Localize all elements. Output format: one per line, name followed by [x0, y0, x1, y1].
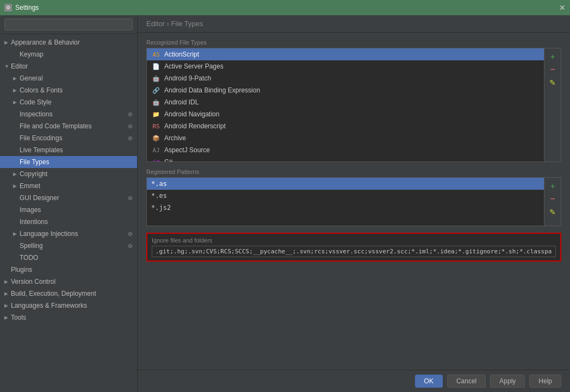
- sidebar-label-language-injections: Language Injections: [20, 230, 128, 238]
- badge-icon-file-encodings: ⚙: [128, 135, 133, 141]
- sidebar: ▶Appearance & BehaviorKeymap▼Editor▶Gene…: [0, 15, 138, 392]
- file-type-icon: 🔗: [151, 87, 161, 94]
- help-button[interactable]: Help: [529, 375, 561, 388]
- pattern-item[interactable]: *.as: [147, 178, 544, 190]
- sidebar-label-keymap: Keymap: [20, 51, 133, 58]
- sidebar-item-editor[interactable]: ▼Editor: [0, 60, 137, 72]
- sidebar-item-spelling[interactable]: Spelling⚙: [0, 240, 137, 252]
- window-title: Settings: [15, 4, 39, 11]
- ok-button[interactable]: OK: [415, 375, 443, 388]
- sidebar-label-file-types: File Types: [20, 158, 133, 166]
- ignore-label: Ignore files and folders: [152, 237, 556, 244]
- sidebar-label-editor: Editor: [11, 63, 133, 70]
- file-type-icon: AS: [151, 51, 161, 58]
- sidebar-item-intentions[interactable]: Intentions: [0, 216, 137, 228]
- file-type-item[interactable]: 📄Active Server Pages: [147, 60, 544, 72]
- sidebar-item-file-encodings[interactable]: File Encodings⚙: [0, 132, 137, 144]
- edit-file-type-button[interactable]: ✎: [547, 77, 559, 89]
- sidebar-item-live-templates[interactable]: Live Templates: [0, 144, 137, 156]
- sidebar-item-colors-fonts[interactable]: ▶Colors & Fonts: [0, 84, 137, 96]
- pattern-item[interactable]: *.js2: [147, 202, 544, 214]
- file-type-label: Android Navigation: [164, 110, 219, 118]
- title-bar: ⚙ Settings ✕: [0, 0, 570, 15]
- file-type-icon: 🤖: [151, 99, 161, 106]
- sidebar-label-file-encodings: File Encodings: [20, 134, 128, 142]
- sidebar-label-inspections: Inspections: [20, 110, 128, 118]
- add-file-type-button[interactable]: +: [547, 51, 559, 63]
- badge-icon-file-code-templates: ⚙: [128, 123, 133, 129]
- remove-pattern-button[interactable]: −: [547, 193, 559, 205]
- tree-arrow-general: ▶: [13, 76, 20, 81]
- sidebar-label-languages-frameworks: Languages & Frameworks: [11, 302, 133, 309]
- sidebar-label-version-control: Version Control: [11, 278, 133, 285]
- close-button[interactable]: ✕: [559, 4, 566, 11]
- tree-arrow-colors-fonts: ▶: [13, 88, 20, 93]
- file-type-icon: C#: [151, 159, 161, 162]
- file-type-item[interactable]: AJAspectJ Source: [147, 144, 544, 156]
- file-type-label: AspectJ Source: [164, 146, 210, 154]
- sidebar-label-todo: TODO: [20, 254, 133, 262]
- tree-arrow-build-execution: ▶: [4, 291, 11, 296]
- file-type-item[interactable]: 📦Archive: [147, 132, 544, 144]
- sidebar-item-images[interactable]: Images: [0, 204, 137, 216]
- sidebar-item-language-injections[interactable]: ▶Language Injections⚙: [0, 228, 137, 240]
- sidebar-label-live-templates: Live Templates: [20, 146, 133, 154]
- sidebar-item-general[interactable]: ▶General: [0, 72, 137, 84]
- sidebar-label-emmet: Emmet: [20, 182, 133, 190]
- recognized-file-types-section: Recognized File Types ASActionScript📄Act…: [146, 39, 561, 162]
- bottom-bar: OK Cancel Apply Help: [138, 370, 570, 392]
- sidebar-item-emmet[interactable]: ▶Emmet: [0, 180, 137, 192]
- search-input[interactable]: [4, 18, 133, 30]
- remove-file-type-button[interactable]: −: [547, 64, 559, 76]
- cancel-button[interactable]: Cancel: [447, 375, 486, 388]
- sidebar-item-copyright[interactable]: ▶Copyright: [0, 168, 137, 180]
- apply-button[interactable]: Apply: [490, 375, 525, 388]
- edit-pattern-button[interactable]: ✎: [547, 206, 559, 218]
- add-pattern-button[interactable]: +: [547, 180, 559, 192]
- sidebar-item-code-style[interactable]: ▶Code Style: [0, 96, 137, 108]
- badge-icon-spelling: ⚙: [128, 243, 133, 249]
- sidebar-item-languages-frameworks[interactable]: ▶Languages & Frameworks: [0, 300, 137, 312]
- sidebar-item-version-control[interactable]: ▶Version Control: [0, 276, 137, 288]
- tree-arrow-version-control: ▶: [4, 279, 11, 284]
- ignore-input[interactable]: [152, 246, 556, 257]
- breadcrumb-current: File Types: [171, 20, 203, 28]
- tree-arrow-language-injections: ▶: [13, 231, 20, 237]
- tree-arrow-editor: ▼: [4, 64, 11, 69]
- pattern-label: *.es: [151, 192, 167, 200]
- sidebar-item-keymap[interactable]: Keymap: [0, 48, 137, 60]
- sidebar-item-appearance-behavior[interactable]: ▶Appearance & Behavior: [0, 36, 137, 48]
- file-type-item[interactable]: RSAndroid Renderscript: [147, 120, 544, 132]
- sidebar-label-general: General: [20, 74, 133, 82]
- badge-icon-gui-designer: ⚙: [128, 195, 133, 201]
- sidebar-item-todo[interactable]: TODO: [0, 252, 137, 264]
- sidebar-item-file-types[interactable]: File Types: [0, 156, 137, 168]
- file-type-item[interactable]: 🤖Android 9-Patch: [147, 72, 544, 84]
- file-type-item[interactable]: 🔗Android Data Binding Expression: [147, 84, 544, 96]
- breadcrumb-parent: Editor: [146, 20, 165, 28]
- sidebar-label-tools: Tools: [11, 314, 133, 321]
- file-type-icon: AJ: [151, 147, 161, 154]
- registered-patterns-label: Registered Patterns: [146, 169, 561, 175]
- file-type-item[interactable]: ASActionScript: [147, 48, 544, 60]
- file-type-icon: 📁: [151, 111, 161, 118]
- pattern-item[interactable]: *.es: [147, 190, 544, 202]
- sidebar-item-plugins[interactable]: Plugins: [0, 264, 137, 276]
- sidebar-item-tools[interactable]: ▶Tools: [0, 312, 137, 323]
- file-type-item[interactable]: 📁Android Navigation: [147, 108, 544, 120]
- recognized-file-types-list[interactable]: ASActionScript📄Active Server Pages🤖Andro…: [147, 48, 544, 161]
- file-type-label: Active Server Pages: [164, 63, 224, 70]
- sidebar-label-images: Images: [20, 206, 133, 214]
- sidebar-item-gui-designer[interactable]: GUI Designer⚙: [0, 192, 137, 204]
- patterns-list[interactable]: *.as*.es*.js2: [146, 177, 544, 226]
- file-type-item[interactable]: C#C#: [147, 156, 544, 161]
- sidebar-item-build-execution[interactable]: ▶Build, Execution, Deployment: [0, 288, 137, 300]
- content-header: Editor › File Types: [138, 15, 570, 33]
- sidebar-item-inspections[interactable]: Inspections⚙: [0, 108, 137, 120]
- file-type-item[interactable]: 🤖Android IDL: [147, 96, 544, 108]
- content-area: Editor › File Types Recognized File Type…: [138, 15, 570, 392]
- sidebar-tree: ▶Appearance & BehaviorKeymap▼Editor▶Gene…: [0, 34, 137, 392]
- file-type-icon: 📦: [151, 135, 161, 142]
- sidebar-item-file-code-templates[interactable]: File and Code Templates⚙: [0, 120, 137, 132]
- file-type-label: Android 9-Patch: [164, 74, 211, 82]
